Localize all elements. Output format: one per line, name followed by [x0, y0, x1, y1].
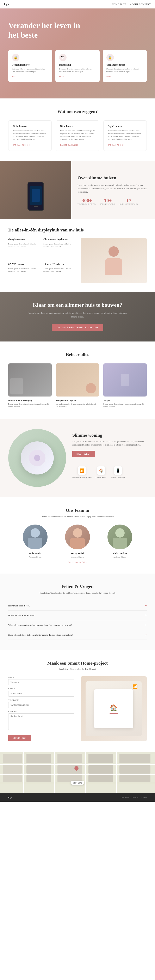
faq-item-1[interactable]: How much does it cost? +: [8, 601, 147, 611]
beheer-cards: Buitencamerabeveiliging Lorem ipsum dolo…: [8, 363, 147, 408]
logo[interactable]: logo: [4, 3, 9, 6]
avatar-mary: [65, 525, 90, 549]
map-city-name: New York: [73, 782, 82, 784]
feature-text-3: Lorem ipsum dolor sit amet. Click to sel…: [8, 267, 39, 273]
message-textarea[interactable]: [8, 713, 74, 730]
contact-illustration: 🏠 📶: [81, 676, 147, 741]
card-text-3: Duis aute dolor in reprehenderit in volu…: [106, 68, 143, 73]
team-role-2: Assistent Directe: [59, 556, 96, 558]
card-title-2: Beveiliging: [59, 63, 96, 67]
email-input[interactable]: [8, 690, 74, 697]
stat-label-2: JAREN ERVARING: [100, 203, 115, 205]
slimme-feature-label-2: Centraal beheerd: [96, 476, 107, 479]
card-icon-1: 🔒: [12, 54, 19, 61]
message-label: Bericht: [8, 711, 74, 713]
form-group-phone: Telefoon: [8, 699, 74, 708]
team-name-1: Bob Bruin: [17, 552, 54, 555]
features-inner: Google-assistent Lorem ipsum dolor sit a…: [8, 238, 147, 283]
stat-2: 10+ JAREN ERVARING: [100, 198, 115, 205]
card-link-3[interactable]: MEER: [106, 76, 112, 78]
features-grid: Google-assistent Lorem ipsum dolor sit a…: [8, 238, 74, 283]
testimonial-name-3: Olga Ivanova: [108, 125, 142, 128]
footer-links: Bladzijde Diensten Prijzen: [122, 796, 147, 799]
beheer-section: Beheer alles Buitencamerabeveiliging Lor…: [0, 342, 155, 418]
feature-4: 10 inch HD-scherm Lorem ipsum dolor sit …: [43, 262, 74, 283]
map-city-label: New York: [71, 781, 84, 785]
feature-1: Google-assistent Lorem ipsum dolor sit a…: [8, 238, 39, 259]
slimme-device-image: [8, 429, 66, 487]
slimme-feature-2: 🏠 Centraal beheerd: [96, 466, 107, 483]
nav-about[interactable]: ABOUT COMPANY: [130, 3, 151, 5]
hero-card-1[interactable]: 🔒 Toegangscontrole Duis aute dolor in re…: [8, 50, 52, 82]
testimonial-text-2: Proin sed risus amet blandit SausBos tor…: [60, 129, 95, 141]
submit-button[interactable]: STUUR NU: [8, 735, 31, 741]
person-shape-bob: [23, 525, 47, 549]
phone-input[interactable]: [8, 702, 74, 708]
beheer-image-2: [56, 363, 99, 396]
team-name-2: Mary Smith: [59, 552, 96, 555]
testimonial-date-1: DANOM: 1 AUG, 2019: [13, 144, 30, 146]
person-head-nick: [115, 528, 125, 538]
slimme-woning-section: Slimme woning Sample text. Click to sele…: [0, 418, 155, 497]
beheer-card-title-3: Volgen: [103, 399, 147, 401]
footer-link-1[interactable]: Bladzijde: [122, 796, 129, 799]
beheer-image-1: [8, 363, 52, 396]
name-input[interactable]: [8, 679, 74, 685]
person-body-mary: [70, 538, 85, 549]
person-body-bob: [28, 538, 43, 549]
avatar-nick: [108, 525, 132, 549]
faq-item-2[interactable]: How Free Are Your Services? +: [8, 611, 147, 620]
feature-title-1: Google-assistent: [8, 238, 39, 241]
cta-text: Lorem ipsum dolor sit amet, consectetur …: [26, 311, 129, 318]
cta-button[interactable]: ONTVANG EEN GRATIS SCHATTING: [52, 324, 103, 331]
smart-homes-stats: 300+ TEVREDEN KLANTEN 10+ JAREN ERVARING…: [78, 198, 149, 205]
contact-form: Naam E-mail Telefoon Bericht STUUR NU: [8, 676, 74, 741]
phone-icon: 📱: [114, 466, 122, 475]
nav-links: HOME PAGE ABOUT COMPANY: [112, 3, 151, 5]
footer-link-3[interactable]: Prijzen: [142, 796, 147, 799]
faq-item-4[interactable]: Nunc sit amet dolor doltoor. Interger ia…: [8, 630, 147, 640]
hero-card-2[interactable]: 🛡 Beveiliging Duis aute dolor in reprehe…: [55, 50, 100, 82]
slimme-feature-label-1: Draadloze verbinding maken: [72, 476, 92, 479]
faq-item-3[interactable]: What education and/or training do you ha…: [8, 620, 147, 630]
cta-title: Klaar om een slimmer huis te bouwen?: [8, 302, 147, 308]
team-title: Ons team m: [8, 508, 147, 513]
faq-toggle-icon-1: +: [145, 604, 147, 608]
person-head-mary: [73, 528, 82, 538]
stat-number-3: 17: [120, 198, 138, 203]
navigation: logo HOME PAGE ABOUT COMPANY: [0, 0, 155, 8]
team-section: Ons team m Ut enim ad minim exercitation…: [0, 497, 155, 574]
person-shape-mary: [65, 525, 90, 549]
faq-section: Feiten & Vragen Sample text. Click to se…: [0, 574, 155, 650]
stat-label-3: ONDERSCHEIDINGEN: [120, 203, 138, 205]
slimme-features: 📶 Draadloze verbinding maken 🏠 Centraal …: [72, 466, 147, 483]
beheer-card-title-2: Temperatuurregelaar: [56, 399, 99, 401]
feature-text-2: Lorem ipsum dolor sit amet. Click to sel…: [43, 243, 74, 248]
contact-inner: Naam E-mail Telefoon Bericht STUUR NU: [8, 676, 147, 741]
card-link-1[interactable]: MEER: [12, 76, 17, 78]
footer-link-2[interactable]: Diensten: [132, 796, 138, 799]
beheer-card-2: Temperatuurregelaar Lorem ipsum dolor si…: [56, 363, 99, 408]
nav-home[interactable]: HOME PAGE: [112, 3, 126, 5]
smart-homes-image: [0, 161, 71, 219]
card-icon-2: 🛡: [59, 54, 66, 61]
map-display: New York: [0, 752, 155, 793]
home-icon: 🏠: [97, 466, 105, 475]
hero-card-3[interactable]: 🔒 Toegangscontrole Duis aute dolor in re…: [103, 50, 147, 82]
card-link-2[interactable]: MEER: [59, 76, 64, 78]
faq-subtitle: Sample text. Click to select the text bo…: [36, 591, 119, 595]
beheer-card-text-3: Lorem ipsum dolor sit amet consectetur a…: [103, 403, 147, 408]
slimme-feature-3: 📱 Slimme toepassingen: [111, 466, 125, 483]
person-body-nick: [112, 538, 127, 549]
faq-question-2: How Free Are Your Services?: [8, 614, 35, 617]
smart-homes-text: Lorem ipsum dolor sit amet, consectetur …: [78, 184, 149, 194]
slimme-inner: Slimme woning Sample text. Click to sele…: [8, 429, 147, 487]
contact-subtitle: Sample text. Click to select the Text El…: [8, 668, 147, 670]
team-project-link[interactable]: Afbeeldingen van Project: [8, 561, 147, 563]
testimonial-1: Stella Larsen Proin sed risus amet bland…: [8, 120, 52, 151]
feature-text-4: Lorem ipsum dolor sit amet. Click to sel…: [43, 267, 74, 273]
slimme-meer-button[interactable]: MEER WEET: [72, 451, 95, 457]
team-member-2: Mary Smith Assistent Directe: [59, 525, 96, 558]
feature-2: Chromecast ingebouwd Lorem ipsum dolor s…: [43, 238, 74, 259]
card-icon-3: 🔒: [106, 54, 114, 61]
